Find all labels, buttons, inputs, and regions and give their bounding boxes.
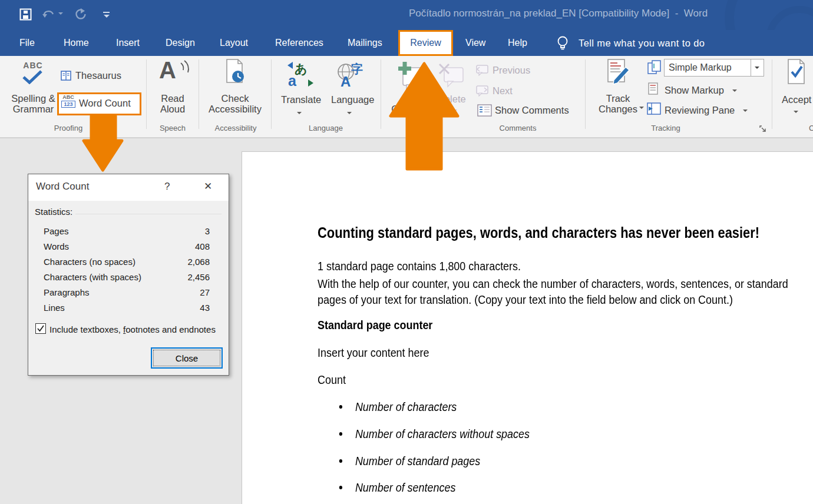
translate-icon: あ a xyxy=(287,60,314,88)
stat-value: 43 xyxy=(200,303,210,314)
next-comment-icon xyxy=(475,85,489,97)
bullet-icon xyxy=(339,486,342,489)
spelling-check-icon xyxy=(21,70,45,84)
previous-comment-icon xyxy=(475,64,489,76)
track-changes-dropdown-caret xyxy=(639,107,644,109)
title-bar: Počítadlo normostrán_na preklad_EN [Comp… xyxy=(0,0,813,30)
thesaurus-icon xyxy=(61,71,72,81)
tab-references[interactable]: References xyxy=(275,30,323,56)
accessibility-group-label: Accessibility xyxy=(209,124,262,134)
dialog-help-button[interactable]: ? xyxy=(164,181,170,193)
translate-button[interactable]: Translate xyxy=(281,94,321,105)
track-changes-button[interactable]: Track Changes xyxy=(596,93,640,114)
dialog-close-x-button[interactable]: ✕ xyxy=(204,180,212,193)
undo-dropdown-caret[interactable] xyxy=(58,12,63,15)
svg-text:字: 字 xyxy=(351,62,363,75)
tab-view[interactable]: View xyxy=(465,30,485,56)
read-aloud-waves-icon xyxy=(180,59,190,74)
spelling-label-line1: Spelling & xyxy=(11,93,55,104)
read-aloud-icon: A xyxy=(159,57,183,84)
stat-label: Pages xyxy=(44,226,69,238)
track-changes-label-line2: Changes xyxy=(599,104,637,114)
save-icon[interactable] xyxy=(19,8,32,21)
tell-me-box[interactable]: Tell me what you want to do xyxy=(579,30,705,56)
window-title: Počítadlo normostrán_na preklad_EN [Comp… xyxy=(409,8,708,19)
word-count-button[interactable]: Word Count xyxy=(79,98,131,109)
next-comment-button[interactable]: Next xyxy=(493,85,513,97)
show-markup-caret xyxy=(732,89,737,92)
accept-icon xyxy=(786,59,807,86)
comments-group-label: Comments xyxy=(493,124,543,134)
show-markup-button[interactable]: Show Markup xyxy=(665,85,724,96)
group-separator xyxy=(199,59,199,129)
tab-insert[interactable]: Insert xyxy=(116,30,140,56)
svg-text:a: a xyxy=(288,72,297,88)
tab-design[interactable]: Design xyxy=(166,30,195,56)
ribbon-tab-bar: File Home Insert Design Layout Reference… xyxy=(0,30,813,56)
check-accessibility-icon xyxy=(225,59,245,85)
stat-value: 2,068 xyxy=(187,257,210,268)
changes-group-label: C xyxy=(809,124,813,134)
speech-group-label: Speech xyxy=(147,124,198,134)
stat-row-pages: Pages3 xyxy=(44,226,210,238)
group-separator xyxy=(381,59,381,129)
group-separator xyxy=(772,59,772,129)
display-for-review-value: Simple Markup xyxy=(669,62,732,73)
previous-comment-button[interactable]: Previous xyxy=(493,65,530,76)
doc-subheading: Standard page counter xyxy=(318,317,432,333)
doc-bullet-1-text: Number of characters xyxy=(355,400,457,413)
doc-para1: 1 standard page contains 1,800 character… xyxy=(318,258,521,274)
display-for-review-combo[interactable]: Simple Markup xyxy=(664,59,764,77)
group-separator xyxy=(271,59,272,129)
annotation-arrow-up xyxy=(386,59,462,174)
qat-customize-caret[interactable] xyxy=(104,15,110,18)
check-accessibility-label-line2: Accessibility xyxy=(209,104,262,114)
check-accessibility-label-line1: Check xyxy=(222,93,249,104)
undo-icon[interactable] xyxy=(42,9,55,20)
accept-dropdown-caret xyxy=(794,111,798,113)
track-changes-label-line1: Track xyxy=(606,93,630,104)
qat-customize-bar[interactable] xyxy=(103,12,110,13)
show-comments-button[interactable]: Show Comments xyxy=(495,105,569,116)
stat-value: 408 xyxy=(195,241,210,253)
tracking-dialog-launcher-icon[interactable] xyxy=(759,125,767,133)
doc-para2-line2-pre: pages of your text for translation. (Cop… xyxy=(318,293,698,306)
language-button[interactable]: Language xyxy=(331,94,374,105)
language-group-label: Language xyxy=(300,124,351,134)
word-count-icon-abc: ABC xyxy=(62,94,74,100)
doc-para2-line2: pages of your text for translation. (Cop… xyxy=(318,292,733,307)
doc-heading: Counting standard pages, words, and char… xyxy=(318,225,759,240)
doc-bullet-2-text: Number of characters without spaces xyxy=(355,427,530,440)
show-markup-icon xyxy=(648,82,659,95)
stat-value: 27 xyxy=(200,287,210,299)
group-separator xyxy=(146,59,147,129)
doc-bullet-2: Number of characters without spaces xyxy=(318,426,530,442)
combo-caret-icon xyxy=(755,67,759,69)
doc-bullet-4-text: Number of sentences xyxy=(355,480,456,494)
stat-label: Paragraphs xyxy=(44,287,90,299)
lightbulb-icon xyxy=(557,35,569,51)
accept-button[interactable]: Accept xyxy=(782,94,811,105)
spelling-grammar-button[interactable]: Spelling & Grammar xyxy=(5,93,62,114)
svg-text:A: A xyxy=(341,74,351,88)
tab-file[interactable]: File xyxy=(19,30,35,56)
document-page[interactable]: Counting standard pages, words, and char… xyxy=(242,151,813,504)
tab-review-active[interactable]: Review xyxy=(398,30,453,56)
read-aloud-button[interactable]: Read Aloud xyxy=(150,93,195,114)
thesaurus-button[interactable]: Thesaurus xyxy=(75,70,121,81)
doc-bullet-3: Number of standard pages xyxy=(318,453,480,469)
reviewing-pane-button[interactable]: Reviewing Pane xyxy=(665,105,735,116)
stat-row-chars-no-spaces: Characters (no spaces)2,068 xyxy=(44,257,210,268)
tab-mailings[interactable]: Mailings xyxy=(348,30,382,56)
doc-bullet-1: Number of characters xyxy=(318,399,457,415)
include-textboxes-label: Include textboxes, footnotes and endnote… xyxy=(49,324,216,334)
display-for-review-dropdown[interactable] xyxy=(751,59,764,76)
tab-help[interactable]: Help xyxy=(508,30,527,56)
check-accessibility-button[interactable]: Check Accessibility xyxy=(206,93,264,114)
tab-layout[interactable]: Layout xyxy=(220,30,248,56)
word-count-icon-123: 123 xyxy=(64,101,72,107)
redo-icon[interactable] xyxy=(75,8,87,21)
include-textboxes-checkbox[interactable] xyxy=(35,323,46,334)
dialog-close-button[interactable]: Close xyxy=(151,347,223,369)
tab-home[interactable]: Home xyxy=(64,30,89,56)
